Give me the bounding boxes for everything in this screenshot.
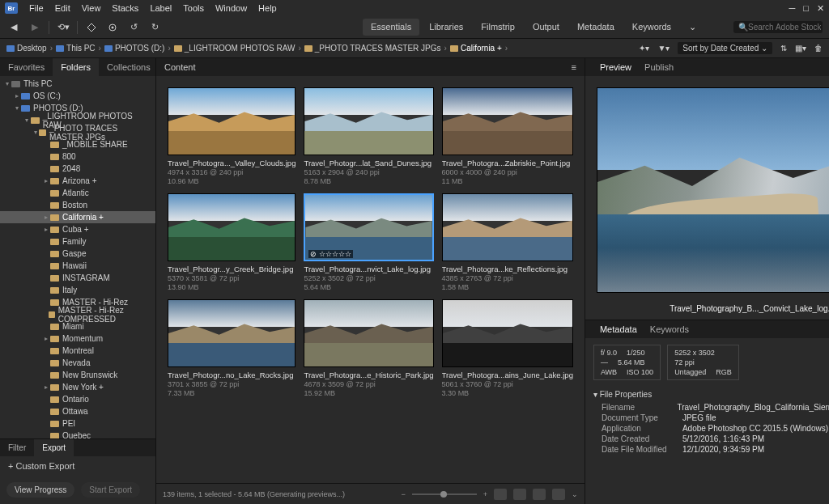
rotate-ccw-icon[interactable]: ↺ xyxy=(126,20,141,35)
boomerang-icon[interactable] xyxy=(84,20,99,35)
thumbnail[interactable]: Travel_Photogra...e_Historic_Park.jpg467… xyxy=(304,299,433,397)
tree-item[interactable]: Gaspe xyxy=(0,248,155,260)
folder-tree[interactable]: ▾This PC▸OS (C:)▾PHOTOS (D:)▾_LIGHTROOM … xyxy=(0,76,155,438)
crumb-traces[interactable]: _PHOTO TRACES MASTER JPGs xyxy=(304,44,441,53)
menu-view[interactable]: View xyxy=(82,3,101,13)
tree-item[interactable]: ▸Cuba + xyxy=(0,223,155,235)
start-export-button[interactable]: Start Export xyxy=(81,482,140,498)
tree-item[interactable]: Family xyxy=(0,235,155,248)
tree-item[interactable]: Boston xyxy=(0,199,155,211)
ws-filmstrip[interactable]: Filmstrip xyxy=(473,19,523,36)
thumbnail[interactable]: Travel_Photogra...ains_June_Lake.jpg5061… xyxy=(442,299,573,397)
tree-item[interactable]: INSTAGRAM xyxy=(0,272,155,284)
ws-metadata[interactable]: Metadata xyxy=(569,19,623,36)
menu-window[interactable]: Window xyxy=(215,3,247,13)
view-thumbnails-icon[interactable] xyxy=(494,489,507,500)
ws-keywords[interactable]: Keywords xyxy=(624,19,679,36)
tree-item[interactable]: ▸OS (C:) xyxy=(0,90,155,102)
content-menu-icon[interactable]: ≡ xyxy=(572,62,576,72)
view-lock-icon[interactable] xyxy=(513,489,526,500)
crumb-photosd[interactable]: PHOTOS (D:) xyxy=(104,44,164,53)
tree-item[interactable]: Atlantic xyxy=(0,187,155,199)
tree-item[interactable]: Ontario xyxy=(0,393,155,405)
tree-item[interactable]: MASTER - Hi-Rez COMPRESSED xyxy=(0,308,155,320)
ws-more-icon[interactable]: ⌄ xyxy=(681,19,704,36)
menu-file[interactable]: File xyxy=(29,3,44,13)
tree-item[interactable]: ▾_PHOTO TRACES MASTER JPGs xyxy=(0,126,155,138)
crumb-thispc[interactable]: This PC xyxy=(56,44,96,53)
nav-back-icon[interactable]: ◀ xyxy=(6,20,21,35)
crumb-california[interactable]: California + xyxy=(450,44,502,53)
thumbnail-grid[interactable]: Travel_Photogra..._Valley_Clouds.jpg4974… xyxy=(156,76,585,483)
thumbnail[interactable]: Travel_Photogra...ke_Reflections.jpg4385… xyxy=(442,193,573,291)
thumbnail[interactable]: Travel_Photogra...Zabriskie_Point.jpg600… xyxy=(442,87,573,185)
tree-item[interactable]: Quebec xyxy=(0,430,155,438)
tree-item[interactable]: PEI xyxy=(0,417,155,430)
custom-export-label[interactable]: Custom Export xyxy=(16,461,75,471)
camera-raw-icon[interactable] xyxy=(105,20,120,35)
maximize-icon[interactable]: □ xyxy=(803,3,809,14)
tab-filter[interactable]: Filter xyxy=(0,439,34,456)
filter-funnel-icon[interactable]: ▼▾ xyxy=(657,44,670,53)
thumbnail[interactable]: Travel_Photogr...lat_Sand_Dunes.jpg5163 … xyxy=(304,87,433,185)
section-file-properties[interactable]: ▾ File Properties xyxy=(593,390,829,399)
zoom-out-icon[interactable]: − xyxy=(401,490,405,498)
rotate-cw-icon[interactable]: ↻ xyxy=(147,20,162,35)
thumbnail[interactable]: Travel_Photogr...y_Creek_Bridge.jpg5370 … xyxy=(168,193,295,291)
tree-item[interactable]: ▸California + xyxy=(0,211,155,223)
tab-metadata[interactable]: Metadata xyxy=(593,324,644,334)
tab-favorites[interactable]: Favorites xyxy=(0,58,53,76)
tab-folders[interactable]: Folders xyxy=(53,58,99,76)
tree-item[interactable]: ▾This PC xyxy=(0,78,155,90)
crumb-desktop[interactable]: Desktop xyxy=(6,44,47,53)
view-mode-chevron-icon[interactable]: ⌄ xyxy=(572,490,578,498)
sort-asc-icon[interactable]: ⇅ xyxy=(780,44,787,53)
tree-item[interactable]: Ottawa xyxy=(0,405,155,417)
preview-image[interactable] xyxy=(585,76,829,304)
filter-star-icon[interactable]: ✦▾ xyxy=(639,44,649,53)
minimize-icon[interactable]: ─ xyxy=(789,3,796,14)
tab-keywords[interactable]: Keywords xyxy=(644,324,695,334)
nav-forward-icon[interactable]: ▶ xyxy=(28,20,42,35)
thumb-size-slider[interactable] xyxy=(412,493,477,495)
view-details-icon[interactable] xyxy=(533,489,546,500)
tree-item[interactable]: New Brunswick xyxy=(0,369,155,381)
close-icon[interactable]: ✕ xyxy=(817,3,824,14)
thumbnail[interactable]: Travel_Photogr...no_Lake_Rocks.jpg3701 x… xyxy=(168,299,295,397)
tab-preview[interactable]: Preview xyxy=(593,62,638,72)
trash-icon[interactable]: 🗑 xyxy=(814,44,823,53)
tab-publish[interactable]: Publish xyxy=(638,62,680,72)
menu-tools[interactable]: Tools xyxy=(183,3,204,13)
tree-item[interactable]: ▸Arizona + xyxy=(0,175,155,187)
menu-edit[interactable]: Edit xyxy=(55,3,70,13)
search-input[interactable] xyxy=(748,23,821,32)
tree-item[interactable]: Montreal xyxy=(0,345,155,357)
search-box[interactable]: 🔍 xyxy=(733,21,823,33)
thumbnail[interactable]: Travel_Photogra..._Valley_Clouds.jpg4974… xyxy=(168,87,295,185)
menu-help[interactable]: Help xyxy=(258,3,277,13)
add-preset-icon[interactable]: + xyxy=(8,461,13,471)
view-list-icon[interactable] xyxy=(552,489,565,500)
tree-item[interactable]: 2048 xyxy=(0,163,155,175)
zoom-in-icon[interactable]: + xyxy=(483,490,487,498)
tree-item[interactable]: Nevada xyxy=(0,357,155,369)
thumbnail[interactable]: ⊘ ☆☆☆☆☆Travel_Photogra...nvict_Lake_log.… xyxy=(304,193,433,291)
ws-libraries[interactable]: Libraries xyxy=(421,19,471,36)
ws-essentials[interactable]: Essentials xyxy=(363,19,419,36)
tree-item[interactable]: Hawaii xyxy=(0,260,155,272)
tree-item[interactable]: Italy xyxy=(0,284,155,296)
reveal-recent-icon[interactable]: ⟲▾ xyxy=(56,20,70,35)
rating-overlay[interactable]: ⊘ ☆☆☆☆☆ xyxy=(308,250,353,258)
crumb-lightroom[interactable]: _LIGHTROOM PHOTOS RAW xyxy=(174,44,295,53)
menu-stacks[interactable]: Stacks xyxy=(112,3,138,13)
tree-item[interactable]: 800 xyxy=(0,150,155,163)
view-progress-button[interactable]: View Progress xyxy=(6,482,74,498)
ws-output[interactable]: Output xyxy=(525,19,568,36)
menu-label[interactable]: Label xyxy=(150,3,172,13)
new-folder-icon[interactable]: ▦▾ xyxy=(795,44,806,53)
tab-collections[interactable]: Collections xyxy=(99,58,159,76)
sort-dropdown[interactable]: Sort by Date Created ⌄ xyxy=(678,42,772,54)
tab-export[interactable]: Export xyxy=(34,439,74,456)
tree-item[interactable]: ▸New York + xyxy=(0,381,155,393)
tree-item[interactable]: ▸Momentum xyxy=(0,332,155,345)
